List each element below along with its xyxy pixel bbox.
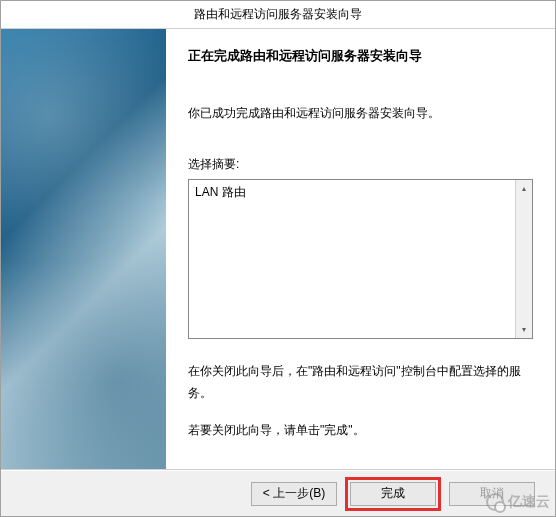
titlebar: 路由和远程访问服务器安装向导 [1, 1, 555, 29]
wizard-side-image [1, 29, 166, 469]
back-button[interactable]: < 上一步(B) [251, 482, 337, 506]
success-message: 你已成功完成路由和远程访问服务器安装向导。 [188, 105, 533, 122]
cancel-button-label: 取消 [480, 485, 504, 502]
scroll-down-icon[interactable]: ▾ [516, 321, 532, 338]
summary-label: 选择摘要: [188, 156, 533, 173]
finish-button[interactable]: 完成 [350, 482, 436, 506]
back-button-label: < 上一步(B) [263, 485, 325, 502]
summary-box: LAN 路由 ▴ ▾ [188, 179, 533, 339]
summary-scrollbar[interactable]: ▴ ▾ [515, 180, 532, 338]
window-title: 路由和远程访问服务器安装向导 [194, 6, 362, 23]
cancel-button: 取消 [449, 482, 535, 506]
wizard-content: 正在完成路由和远程访问服务器安装向导 你已成功完成路由和远程访问服务器安装向导。… [166, 29, 555, 469]
wizard-window: 路由和远程访问服务器安装向导 正在完成路由和远程访问服务器安装向导 你已成功完成… [0, 0, 556, 517]
post-close-text: 在你关闭此向导后，在"路由和远程访问"控制台中配置选择的服务。 [188, 361, 533, 404]
summary-text: LAN 路由 [189, 180, 515, 338]
finish-button-label: 完成 [381, 485, 405, 502]
finish-button-highlight: 完成 [345, 477, 441, 511]
page-heading: 正在完成路由和远程访问服务器安装向导 [188, 47, 533, 65]
wizard-body: 正在完成路由和远程访问服务器安装向导 你已成功完成路由和远程访问服务器安装向导。… [1, 29, 555, 470]
button-bar: < 上一步(B) 完成 取消 [1, 470, 555, 516]
finish-hint: 若要关闭此向导，请单击"完成"。 [188, 422, 533, 439]
scroll-up-icon[interactable]: ▴ [516, 180, 532, 197]
